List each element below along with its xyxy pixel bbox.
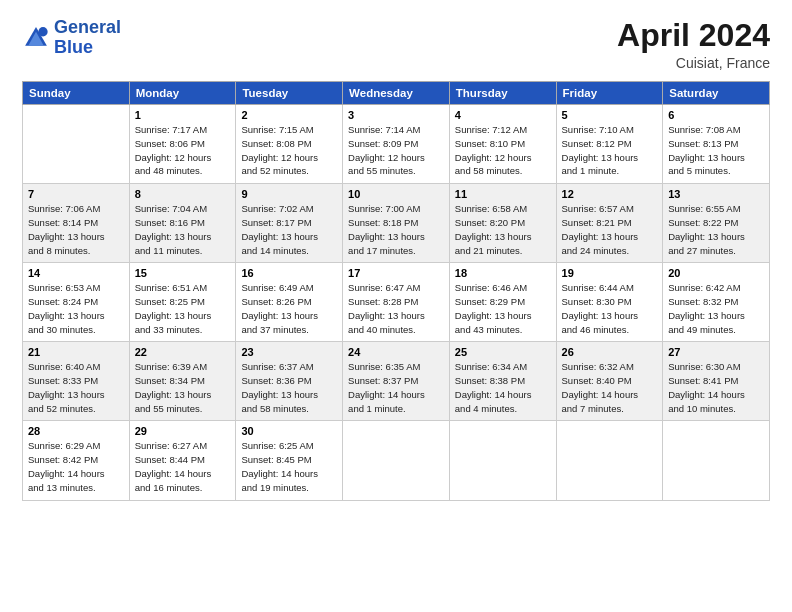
day-number: 24 — [348, 346, 444, 358]
cell-content: Sunrise: 6:44 AM Sunset: 8:30 PM Dayligh… — [562, 281, 658, 336]
cell-content: Sunrise: 7:06 AM Sunset: 8:14 PM Dayligh… — [28, 202, 124, 257]
logo-blue: Blue — [54, 37, 93, 57]
col-header-saturday: Saturday — [663, 82, 770, 105]
day-number: 30 — [241, 425, 337, 437]
cell-content: Sunrise: 6:25 AM Sunset: 8:45 PM Dayligh… — [241, 439, 337, 494]
day-cell: 19Sunrise: 6:44 AM Sunset: 8:30 PM Dayli… — [556, 263, 663, 342]
day-number: 12 — [562, 188, 658, 200]
cell-content: Sunrise: 6:46 AM Sunset: 8:29 PM Dayligh… — [455, 281, 551, 336]
cell-content: Sunrise: 6:58 AM Sunset: 8:20 PM Dayligh… — [455, 202, 551, 257]
logo: General Blue — [22, 18, 121, 58]
week-row-3: 14Sunrise: 6:53 AM Sunset: 8:24 PM Dayli… — [23, 263, 770, 342]
day-number: 20 — [668, 267, 764, 279]
day-cell: 10Sunrise: 7:00 AM Sunset: 8:18 PM Dayli… — [343, 184, 450, 263]
day-cell: 8Sunrise: 7:04 AM Sunset: 8:16 PM Daylig… — [129, 184, 236, 263]
cell-content: Sunrise: 6:42 AM Sunset: 8:32 PM Dayligh… — [668, 281, 764, 336]
day-number: 28 — [28, 425, 124, 437]
day-cell — [449, 421, 556, 500]
cell-content: Sunrise: 6:51 AM Sunset: 8:25 PM Dayligh… — [135, 281, 231, 336]
day-cell: 27Sunrise: 6:30 AM Sunset: 8:41 PM Dayli… — [663, 342, 770, 421]
cell-content: Sunrise: 6:37 AM Sunset: 8:36 PM Dayligh… — [241, 360, 337, 415]
day-cell — [556, 421, 663, 500]
day-cell — [23, 105, 130, 184]
day-number: 4 — [455, 109, 551, 121]
cell-content: Sunrise: 6:55 AM Sunset: 8:22 PM Dayligh… — [668, 202, 764, 257]
col-header-thursday: Thursday — [449, 82, 556, 105]
week-row-1: 1Sunrise: 7:17 AM Sunset: 8:06 PM Daylig… — [23, 105, 770, 184]
cell-content: Sunrise: 6:53 AM Sunset: 8:24 PM Dayligh… — [28, 281, 124, 336]
cell-content: Sunrise: 7:12 AM Sunset: 8:10 PM Dayligh… — [455, 123, 551, 178]
day-cell: 22Sunrise: 6:39 AM Sunset: 8:34 PM Dayli… — [129, 342, 236, 421]
cell-content: Sunrise: 6:29 AM Sunset: 8:42 PM Dayligh… — [28, 439, 124, 494]
logo-general: General — [54, 17, 121, 37]
month-title: April 2024 — [617, 18, 770, 53]
col-header-friday: Friday — [556, 82, 663, 105]
day-cell: 28Sunrise: 6:29 AM Sunset: 8:42 PM Dayli… — [23, 421, 130, 500]
day-number: 16 — [241, 267, 337, 279]
day-cell: 6Sunrise: 7:08 AM Sunset: 8:13 PM Daylig… — [663, 105, 770, 184]
day-cell: 29Sunrise: 6:27 AM Sunset: 8:44 PM Dayli… — [129, 421, 236, 500]
week-row-5: 28Sunrise: 6:29 AM Sunset: 8:42 PM Dayli… — [23, 421, 770, 500]
day-cell: 26Sunrise: 6:32 AM Sunset: 8:40 PM Dayli… — [556, 342, 663, 421]
logo-text: General Blue — [54, 18, 121, 58]
day-cell: 9Sunrise: 7:02 AM Sunset: 8:17 PM Daylig… — [236, 184, 343, 263]
svg-point-2 — [38, 27, 47, 36]
day-number: 18 — [455, 267, 551, 279]
cell-content: Sunrise: 6:39 AM Sunset: 8:34 PM Dayligh… — [135, 360, 231, 415]
cell-content: Sunrise: 7:00 AM Sunset: 8:18 PM Dayligh… — [348, 202, 444, 257]
col-header-sunday: Sunday — [23, 82, 130, 105]
day-number: 5 — [562, 109, 658, 121]
day-cell: 4Sunrise: 7:12 AM Sunset: 8:10 PM Daylig… — [449, 105, 556, 184]
cell-content: Sunrise: 6:30 AM Sunset: 8:41 PM Dayligh… — [668, 360, 764, 415]
day-cell — [663, 421, 770, 500]
day-number: 25 — [455, 346, 551, 358]
cell-content: Sunrise: 6:27 AM Sunset: 8:44 PM Dayligh… — [135, 439, 231, 494]
day-cell: 23Sunrise: 6:37 AM Sunset: 8:36 PM Dayli… — [236, 342, 343, 421]
day-cell: 30Sunrise: 6:25 AM Sunset: 8:45 PM Dayli… — [236, 421, 343, 500]
day-number: 6 — [668, 109, 764, 121]
day-cell — [343, 421, 450, 500]
day-number: 3 — [348, 109, 444, 121]
cell-content: Sunrise: 7:15 AM Sunset: 8:08 PM Dayligh… — [241, 123, 337, 178]
cell-content: Sunrise: 6:32 AM Sunset: 8:40 PM Dayligh… — [562, 360, 658, 415]
day-number: 21 — [28, 346, 124, 358]
day-cell: 14Sunrise: 6:53 AM Sunset: 8:24 PM Dayli… — [23, 263, 130, 342]
day-cell: 21Sunrise: 6:40 AM Sunset: 8:33 PM Dayli… — [23, 342, 130, 421]
day-number: 17 — [348, 267, 444, 279]
cell-content: Sunrise: 7:14 AM Sunset: 8:09 PM Dayligh… — [348, 123, 444, 178]
day-cell: 15Sunrise: 6:51 AM Sunset: 8:25 PM Dayli… — [129, 263, 236, 342]
week-row-2: 7Sunrise: 7:06 AM Sunset: 8:14 PM Daylig… — [23, 184, 770, 263]
day-number: 2 — [241, 109, 337, 121]
cell-content: Sunrise: 6:47 AM Sunset: 8:28 PM Dayligh… — [348, 281, 444, 336]
day-number: 14 — [28, 267, 124, 279]
day-number: 8 — [135, 188, 231, 200]
cell-content: Sunrise: 6:34 AM Sunset: 8:38 PM Dayligh… — [455, 360, 551, 415]
day-number: 19 — [562, 267, 658, 279]
day-cell: 1Sunrise: 7:17 AM Sunset: 8:06 PM Daylig… — [129, 105, 236, 184]
day-cell: 7Sunrise: 7:06 AM Sunset: 8:14 PM Daylig… — [23, 184, 130, 263]
week-row-4: 21Sunrise: 6:40 AM Sunset: 8:33 PM Dayli… — [23, 342, 770, 421]
col-header-wednesday: Wednesday — [343, 82, 450, 105]
day-cell: 25Sunrise: 6:34 AM Sunset: 8:38 PM Dayli… — [449, 342, 556, 421]
day-number: 7 — [28, 188, 124, 200]
day-cell: 17Sunrise: 6:47 AM Sunset: 8:28 PM Dayli… — [343, 263, 450, 342]
cell-content: Sunrise: 7:08 AM Sunset: 8:13 PM Dayligh… — [668, 123, 764, 178]
cell-content: Sunrise: 6:57 AM Sunset: 8:21 PM Dayligh… — [562, 202, 658, 257]
day-number: 27 — [668, 346, 764, 358]
logo-icon — [22, 24, 50, 52]
day-cell: 18Sunrise: 6:46 AM Sunset: 8:29 PM Dayli… — [449, 263, 556, 342]
cell-content: Sunrise: 6:40 AM Sunset: 8:33 PM Dayligh… — [28, 360, 124, 415]
day-number: 10 — [348, 188, 444, 200]
header: General Blue April 2024 Cuisiat, France — [22, 18, 770, 71]
day-number: 1 — [135, 109, 231, 121]
day-number: 15 — [135, 267, 231, 279]
day-number: 26 — [562, 346, 658, 358]
cell-content: Sunrise: 7:17 AM Sunset: 8:06 PM Dayligh… — [135, 123, 231, 178]
day-cell: 5Sunrise: 7:10 AM Sunset: 8:12 PM Daylig… — [556, 105, 663, 184]
cell-content: Sunrise: 7:02 AM Sunset: 8:17 PM Dayligh… — [241, 202, 337, 257]
cell-content: Sunrise: 7:04 AM Sunset: 8:16 PM Dayligh… — [135, 202, 231, 257]
title-block: April 2024 Cuisiat, France — [617, 18, 770, 71]
day-cell: 2Sunrise: 7:15 AM Sunset: 8:08 PM Daylig… — [236, 105, 343, 184]
day-cell: 20Sunrise: 6:42 AM Sunset: 8:32 PM Dayli… — [663, 263, 770, 342]
location: Cuisiat, France — [617, 55, 770, 71]
